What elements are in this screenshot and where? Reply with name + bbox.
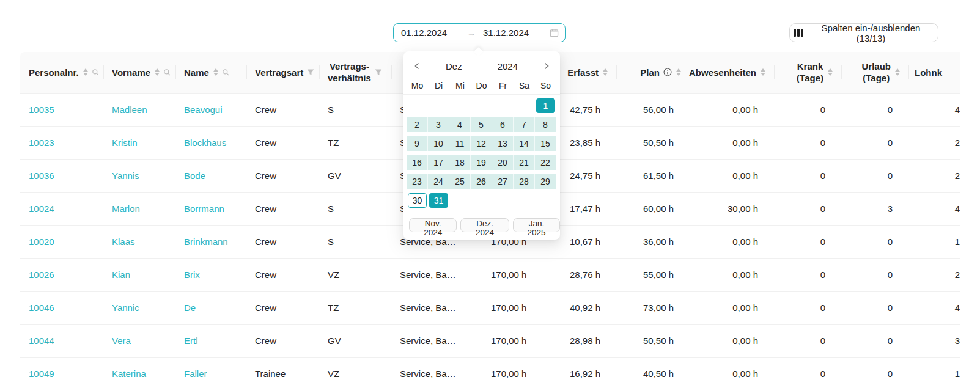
link-name[interactable]: Faller bbox=[184, 369, 207, 379]
column-header-name[interactable]: Name bbox=[175, 52, 246, 93]
cell-text: 170,00 h bbox=[491, 369, 526, 379]
table-row: 10046YannicDeCrewTZService, Ba…170,00 h4… bbox=[20, 291, 960, 324]
sort-icon[interactable] bbox=[895, 68, 900, 76]
sort-icon[interactable] bbox=[761, 68, 765, 76]
link-vorname[interactable]: Yannic bbox=[112, 303, 139, 313]
calendar-day[interactable]: 20 bbox=[492, 155, 514, 170]
calendar-day[interactable]: 10 bbox=[428, 136, 449, 151]
calendar-day[interactable]: 1 bbox=[536, 98, 555, 113]
calendar-day[interactable]: 15 bbox=[535, 136, 556, 151]
date-range-picker[interactable]: 01.12.2024 → 31.12.2024 bbox=[393, 23, 566, 42]
search-icon[interactable] bbox=[92, 68, 100, 76]
link-personalnr[interactable]: 10020 bbox=[29, 237, 54, 247]
calendar-day[interactable]: 31 bbox=[429, 193, 448, 208]
calendar-day[interactable]: 16 bbox=[407, 155, 428, 170]
search-icon[interactable] bbox=[163, 68, 171, 76]
link-personalnr[interactable]: 10026 bbox=[29, 270, 54, 280]
link-name[interactable]: Borrmann bbox=[184, 204, 224, 214]
link-personalnr[interactable]: 10024 bbox=[29, 204, 54, 214]
link-personalnr[interactable]: 10035 bbox=[29, 105, 54, 115]
link-vorname[interactable]: Vera bbox=[112, 336, 131, 346]
quick-range-button[interactable]: Dez. 2024 bbox=[460, 218, 509, 232]
calendar-month-select[interactable]: Dez bbox=[446, 61, 462, 72]
link-name[interactable]: Brix bbox=[184, 270, 200, 280]
link-vorname[interactable]: Kristin bbox=[112, 138, 138, 148]
cell-name: Ertl bbox=[175, 324, 246, 357]
quick-range-button[interactable]: Nov. 2024 bbox=[409, 218, 457, 232]
calendar-day[interactable]: 25 bbox=[449, 174, 471, 189]
calendar-day[interactable]: 19 bbox=[471, 155, 492, 170]
cell-abwesenheiten: 0,00 h bbox=[690, 291, 774, 324]
calendar-day[interactable]: 5 bbox=[471, 117, 492, 132]
column-header-krank-tage[interactable]: Krank(Tage) bbox=[774, 52, 841, 93]
calendar-day[interactable]: 21 bbox=[514, 155, 535, 170]
link-vorname[interactable]: Madleen bbox=[112, 105, 147, 115]
link-name[interactable]: Beavogui bbox=[184, 105, 223, 115]
sort-icon[interactable] bbox=[676, 68, 681, 76]
calendar-day[interactable]: 22 bbox=[535, 155, 556, 170]
filter-icon[interactable] bbox=[375, 68, 382, 76]
cell-text: 0 bbox=[820, 138, 825, 148]
sort-icon[interactable] bbox=[155, 68, 160, 76]
calendar-day[interactable]: 27 bbox=[492, 174, 514, 189]
link-personalnr[interactable]: 10036 bbox=[29, 171, 54, 181]
link-name[interactable]: Bode bbox=[184, 171, 205, 181]
calendar-year-select[interactable]: 2024 bbox=[498, 61, 518, 72]
calendar-day[interactable]: 17 bbox=[428, 155, 449, 170]
link-vorname[interactable]: Katerina bbox=[112, 369, 146, 379]
search-icon[interactable] bbox=[222, 68, 230, 76]
link-name[interactable]: Blockhaus bbox=[184, 138, 226, 148]
calendar-day[interactable]: 11 bbox=[449, 136, 471, 151]
calendar-day[interactable]: 23 bbox=[407, 174, 428, 189]
column-header-urlaub-tage[interactable]: Urlaub(Tage) bbox=[841, 52, 908, 93]
calendar-day[interactable]: 18 bbox=[449, 155, 471, 170]
calendar-day[interactable]: 8 bbox=[535, 117, 556, 132]
sort-icon[interactable] bbox=[603, 68, 608, 76]
calendar-day[interactable]: 6 bbox=[492, 117, 514, 132]
calendar-day[interactable]: 28 bbox=[514, 174, 535, 189]
column-header-vorname[interactable]: Vorname bbox=[103, 52, 175, 93]
calendar-day[interactable]: 3 bbox=[428, 117, 449, 132]
link-personalnr[interactable]: 10046 bbox=[29, 303, 54, 313]
calendar-icon[interactable] bbox=[550, 28, 559, 37]
sort-icon[interactable] bbox=[83, 68, 88, 76]
chevron-left-icon[interactable] bbox=[411, 62, 423, 70]
sort-icon[interactable] bbox=[828, 68, 833, 76]
link-name[interactable]: Brinkmann bbox=[184, 237, 228, 247]
cell-plan: 60,00 h bbox=[616, 192, 690, 225]
date-range-end-input[interactable]: 31.12.2024 bbox=[483, 28, 546, 38]
calendar-day[interactable]: 26 bbox=[471, 174, 492, 189]
column-header-abwesenheiten[interactable]: Abwesenheiten bbox=[690, 52, 774, 93]
calendar-day[interactable]: 4 bbox=[449, 117, 471, 132]
cell-urlaub-tage: 0 bbox=[841, 93, 908, 126]
link-vorname[interactable]: Kian bbox=[112, 270, 130, 280]
quick-range-button[interactable]: Jan. 2025 bbox=[513, 218, 560, 232]
column-header-personalnr[interactable]: Personalnr. bbox=[20, 52, 103, 93]
calendar-day[interactable]: 7 bbox=[514, 117, 535, 132]
filter-icon[interactable] bbox=[307, 68, 314, 76]
link-personalnr[interactable]: 10044 bbox=[29, 336, 54, 346]
date-range-start-input[interactable]: 01.12.2024 bbox=[401, 28, 460, 38]
link-name[interactable]: De bbox=[184, 303, 196, 313]
calendar-day-empty bbox=[492, 193, 514, 208]
column-header-plan[interactable]: Plan bbox=[616, 52, 690, 93]
info-icon[interactable] bbox=[663, 68, 672, 76]
link-vorname[interactable]: Klaas bbox=[112, 237, 135, 247]
link-name[interactable]: Ertl bbox=[184, 336, 198, 346]
calendar-day[interactable]: 29 bbox=[535, 174, 556, 189]
cell-lohnk: 3 bbox=[908, 324, 960, 357]
chevron-right-icon[interactable] bbox=[540, 62, 553, 70]
link-vorname[interactable]: Yannis bbox=[112, 171, 139, 181]
calendar-day[interactable]: 30 bbox=[408, 193, 427, 208]
calendar-day[interactable]: 14 bbox=[514, 136, 535, 151]
calendar-day[interactable]: 2 bbox=[407, 117, 428, 132]
calendar-day[interactable]: 12 bbox=[471, 136, 492, 151]
link-vorname[interactable]: Marlon bbox=[112, 204, 140, 214]
calendar-day[interactable]: 24 bbox=[428, 174, 449, 189]
sort-icon[interactable] bbox=[213, 68, 218, 76]
link-personalnr[interactable]: 10049 bbox=[29, 369, 54, 379]
toggle-columns-button[interactable]: Spalten ein-/ausblenden (13/13) bbox=[789, 23, 938, 42]
calendar-day[interactable]: 9 bbox=[407, 136, 428, 151]
calendar-day[interactable]: 13 bbox=[492, 136, 514, 151]
link-personalnr[interactable]: 10023 bbox=[29, 138, 54, 148]
